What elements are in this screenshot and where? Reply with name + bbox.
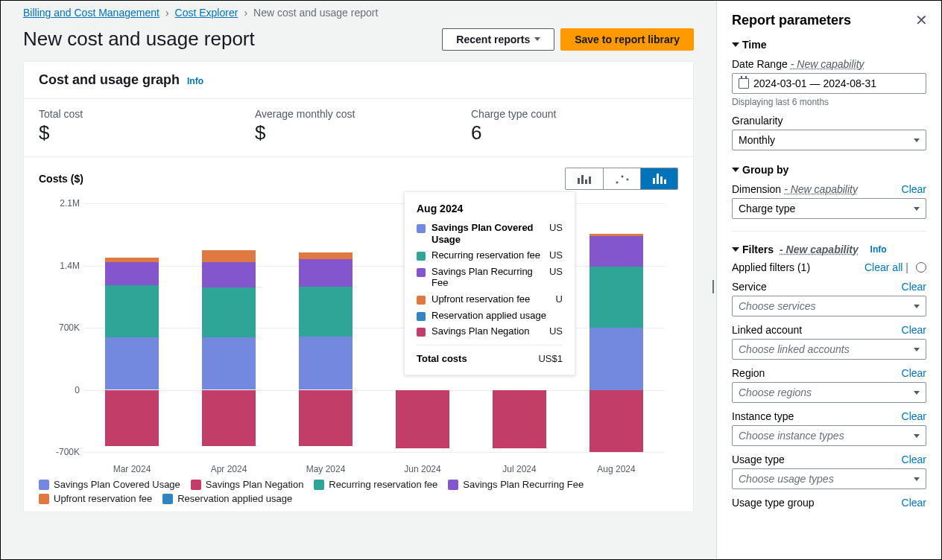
kpi-label: Charge type count bbox=[471, 108, 657, 120]
filter-select[interactable]: Choose usage types bbox=[732, 468, 926, 489]
swatch-icon bbox=[162, 494, 173, 504]
caret-down-icon bbox=[914, 305, 920, 308]
caret-down-icon bbox=[914, 391, 920, 395]
tooltip-row: Savings Plan Covered UsageUS bbox=[417, 222, 563, 245]
triangle-down-icon bbox=[732, 168, 739, 172]
legend-item[interactable]: Recurring reservation fee bbox=[314, 479, 437, 490]
bar-segment bbox=[299, 390, 353, 446]
filter-select[interactable]: Choose services bbox=[732, 296, 926, 316]
filter-select[interactable]: Choose instance types bbox=[732, 425, 926, 446]
close-icon[interactable]: ✕ bbox=[915, 11, 928, 29]
bar-chart-button[interactable] bbox=[566, 168, 603, 189]
swatch-icon bbox=[39, 494, 49, 504]
bar-segment bbox=[589, 236, 643, 267]
bar-column[interactable] bbox=[568, 203, 665, 452]
legend-label: Savings Plan Covered Usage bbox=[54, 479, 180, 490]
filter-clear-link[interactable]: Clear bbox=[902, 281, 926, 293]
kpi-label: Average monthly cost bbox=[255, 108, 441, 120]
swatch-icon bbox=[191, 480, 201, 490]
tooltip-row-value: US bbox=[549, 266, 563, 277]
bar-segment bbox=[396, 390, 449, 449]
caret-down-icon bbox=[914, 207, 920, 211]
clear-all-link[interactable]: Clear all bbox=[864, 261, 903, 273]
filter-clear-link[interactable]: Clear bbox=[902, 324, 926, 336]
filter-label: Region bbox=[732, 367, 765, 379]
filter-label: Instance type bbox=[732, 410, 794, 422]
tooltip-total-label: Total costs bbox=[417, 353, 467, 364]
filter-clear-link[interactable]: Clear bbox=[902, 454, 926, 465]
filter-clear-link[interactable]: Clear bbox=[902, 497, 926, 509]
tooltip-row: Reservation applied usage bbox=[417, 310, 563, 322]
swatch-icon bbox=[39, 480, 49, 490]
bar-column[interactable] bbox=[277, 203, 374, 452]
filter-clear-link[interactable]: Clear bbox=[902, 410, 926, 422]
granularity-label: Granularity bbox=[732, 115, 783, 127]
tooltip-total-value: US$1 bbox=[538, 353, 563, 364]
x-tick-label: Aug 2024 bbox=[568, 464, 665, 474]
date-range-input[interactable]: 2024-03-01 — 2024-08-31 bbox=[732, 73, 926, 94]
breadcrumb-current: New cost and usage report bbox=[253, 7, 378, 19]
svg-rect-10 bbox=[664, 179, 666, 184]
chart-plot[interactable]: Aug 2024 Savings Plan Covered UsageUSRec… bbox=[39, 191, 665, 474]
parameters-title: Report parameters bbox=[732, 13, 926, 28]
filter-select[interactable]: Choose regions bbox=[732, 382, 926, 403]
triangle-down-icon bbox=[732, 247, 739, 252]
legend-label: Upfront reservation fee bbox=[54, 493, 152, 504]
filters-section-toggle[interactable]: Filters - New capability Info bbox=[732, 244, 926, 255]
recent-reports-button[interactable]: Recent reports bbox=[442, 28, 554, 51]
svg-rect-2 bbox=[585, 179, 587, 184]
filters-info-link[interactable]: Info bbox=[870, 244, 887, 255]
legend-item[interactable]: Savings Plan Covered Usage bbox=[39, 479, 180, 490]
time-section-toggle[interactable]: Time bbox=[732, 39, 926, 51]
dimension-clear-link[interactable]: Clear bbox=[902, 183, 926, 195]
save-to-library-button[interactable]: Save to report library bbox=[560, 28, 694, 51]
bar-segment bbox=[589, 234, 643, 237]
card-title: Cost and usage graph bbox=[39, 72, 180, 88]
breadcrumb: Billing and Cost Management › Cost Explo… bbox=[1, 1, 716, 25]
gear-icon[interactable] bbox=[916, 262, 926, 273]
swatch-icon bbox=[448, 480, 458, 490]
info-link[interactable]: Info bbox=[187, 76, 203, 86]
bar-segment bbox=[299, 259, 353, 287]
legend-item[interactable]: Savings Plan Recurring Fee bbox=[448, 479, 584, 490]
dimension-select[interactable]: Charge type bbox=[732, 198, 926, 219]
group-by-section-toggle[interactable]: Group by bbox=[732, 164, 926, 176]
bar-segment bbox=[105, 262, 159, 285]
new-capability-badge: - New capability bbox=[780, 244, 859, 255]
svg-rect-7 bbox=[653, 178, 655, 184]
swatch-icon bbox=[417, 296, 426, 305]
filter-clear-link[interactable]: Clear bbox=[902, 367, 926, 379]
bar-segment bbox=[493, 390, 546, 449]
tooltip-row-label: Savings Plan Negation bbox=[432, 325, 543, 337]
svg-rect-3 bbox=[589, 176, 591, 184]
svg-rect-9 bbox=[660, 176, 663, 184]
caret-down-icon bbox=[914, 434, 920, 438]
swatch-icon bbox=[314, 480, 324, 490]
legend-item[interactable]: Upfront reservation fee bbox=[39, 493, 152, 504]
y-tick-label: 700K bbox=[39, 322, 80, 333]
tooltip-row-value: US bbox=[549, 249, 563, 261]
stacked-bar-button[interactable] bbox=[640, 168, 677, 189]
kpi: Charge type count6 bbox=[456, 99, 672, 156]
tooltip-row-value: US bbox=[549, 325, 563, 337]
legend-item[interactable]: Savings Plan Negation bbox=[191, 479, 304, 490]
bar-segment bbox=[589, 390, 643, 453]
page-title: New cost and usage report bbox=[23, 28, 442, 51]
svg-point-6 bbox=[626, 179, 628, 181]
bar-segment bbox=[589, 267, 643, 328]
breadcrumb-root-link[interactable]: Billing and Cost Management bbox=[23, 7, 159, 19]
breadcrumb-mid-link[interactable]: Cost Explorer bbox=[175, 7, 238, 19]
granularity-select[interactable]: Monthly bbox=[732, 130, 926, 150]
bar-column[interactable] bbox=[180, 203, 277, 452]
filter-select[interactable]: Choose linked accounts bbox=[732, 339, 926, 360]
y-tick-label: 0 bbox=[39, 385, 80, 395]
tooltip-row-label: Savings Plan Recurring Fee bbox=[432, 266, 543, 289]
bar-column[interactable] bbox=[83, 203, 180, 452]
new-capability-badge: - New capability bbox=[791, 58, 864, 70]
legend-item[interactable]: Reservation applied usage bbox=[162, 493, 292, 504]
caret-down-icon bbox=[534, 37, 540, 41]
tooltip-row-label: Upfront reservation fee bbox=[432, 293, 550, 305]
line-chart-button[interactable] bbox=[603, 168, 640, 189]
x-tick-label: Apr 2024 bbox=[180, 464, 277, 474]
kpi-value: $ bbox=[255, 121, 441, 144]
